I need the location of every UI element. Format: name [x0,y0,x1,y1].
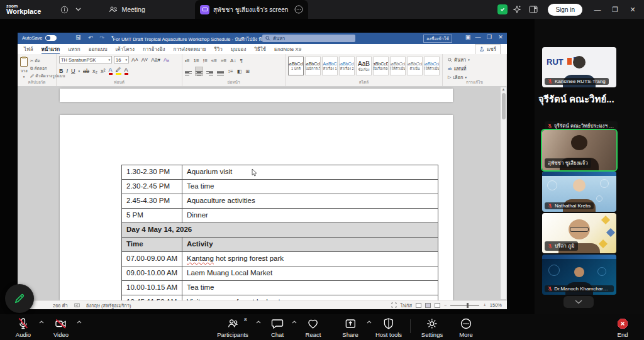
table-row[interactable]: 2.45-4.30 PMAquaculture activities [122,194,438,209]
host-tools-button[interactable]: Host tools [375,317,402,338]
time-cell[interactable]: 1.30-2.30 PM [122,165,182,179]
replace-button[interactable]: ab แทนที่ [448,65,504,72]
align-right-button[interactable] [206,67,213,75]
scrollbar-thumb[interactable] [502,93,506,119]
style-emphasis[interactable]: AaBbCcDตัวเน้น [407,57,423,75]
day-header-cell[interactable]: Day 4 May 14, 2026 [122,223,438,237]
text-effects-button[interactable]: A [109,67,113,75]
proofing-icon[interactable] [74,303,80,308]
focus-mode-button[interactable]: โฟกัส [401,302,412,309]
tab-options-icon[interactable] [294,5,303,14]
time-cell[interactable]: 2.30-2.45 PM [122,180,182,194]
share-document-button[interactable]: แชร์ [475,44,501,55]
activity-header-cell[interactable]: Activity [182,238,438,251]
clear-formatting-button[interactable]: A𝄪 [163,57,170,63]
annotate-pencil-button[interactable] [5,284,34,313]
sign-in-button[interactable]: Sign in [548,4,582,16]
chat-button[interactable]: Chat [270,317,284,338]
underline-dropdown-icon[interactable]: ▾ [79,69,80,73]
word-restore-icon[interactable]: ❐ [484,34,494,40]
shrink-font-button[interactable]: A˅ [141,57,149,63]
style-no-spacing[interactable]: AaBbCcD1 ไม่มีการเว้... [305,57,321,75]
tab-review[interactable]: รีวิว [214,45,222,53]
document-scrollbar[interactable]: ▲ [501,87,506,299]
table-row[interactable]: 10.00-10.15 AMTea time [122,281,438,295]
video-button[interactable]: Video [53,317,69,338]
print-layout-icon[interactable] [425,303,431,308]
table-row-clipped[interactable]: 10.45-11.50 AMVisit mangrove forest by b… [122,295,438,300]
tab-mailings[interactable]: การส่งจดหมาย [173,45,206,53]
participants-options-chevron[interactable] [256,321,261,324]
increase-indent-button[interactable]: »≡ [221,58,226,63]
style-heading-2[interactable]: AaBbCcEหัวเรื่อง 2 [339,57,355,75]
activity-cell[interactable]: Tea time [182,281,438,295]
find-button[interactable]: ค้นหา ▾ [448,56,504,63]
settings-button[interactable]: Settings [421,317,443,338]
web-layout-icon[interactable] [435,303,440,308]
zoom-slider-handle[interactable] [467,303,469,308]
time-header-cell[interactable]: Time [122,238,182,251]
tab-design[interactable]: ออกแบบ [89,45,108,53]
table-row[interactable]: 07.00-09.00 AMKantang hot spring forest … [122,252,438,266]
video-tile-manoch[interactable]: Dr.Manoch Khamcharoen... [542,255,616,295]
document-page[interactable]: 1.30-2.30 PMAquarium visit 2.30-2.45 PMT… [60,115,453,300]
time-cell[interactable]: 07.00-09.00 AM [122,252,182,266]
justify-button[interactable] [217,67,224,75]
change-case-button[interactable]: Aa▾ [150,57,161,63]
bullets-button[interactable]: •≡ [185,58,189,63]
undo-icon[interactable]: ↶ [88,35,93,41]
maximize-window-icon[interactable]: ❐ [608,6,623,14]
misspelled-word[interactable]: Kantang [187,255,214,262]
share-options-chevron[interactable] [367,321,372,324]
collapse-thumbnails-button[interactable] [564,296,594,308]
word-count[interactable]: 266 คำ [53,302,68,309]
table-row[interactable]: 2.30-2.45 PMTea time [122,180,438,194]
security-shield-icon[interactable] [497,4,508,14]
tab-file[interactable]: ไฟล์ [24,45,33,53]
word-sign-in-button[interactable]: ลงชื่อเข้าใช้ [423,35,452,43]
minimize-window-icon[interactable]: — [590,6,605,13]
tab-shared-screen[interactable]: สุพัชชา ชูเสียงแจ้ว's screen [195,0,308,19]
language-status[interactable]: อังกฤษ (สหรัฐอเมริกา) [86,302,131,309]
style-heading-1[interactable]: AaBbCหัวเรื่อง 1 [322,57,338,75]
style-subtitle[interactable]: AaBbCcDdชื่อเรื่องรอง [373,57,389,75]
video-tile-kansinee[interactable]: RUT Kansinee RUTS-Trang [542,47,616,87]
activity-cell[interactable]: Dinner [182,209,438,222]
save-icon[interactable]: 🖫 [75,35,81,41]
activity-cell[interactable]: Tea time [182,180,438,194]
tab-references[interactable]: การอ้างอิง [143,45,165,53]
paste-dropdown-icon[interactable]: ▾ [23,75,25,79]
time-cell[interactable]: 10.45-11.50 AM [122,295,182,300]
share-screen-button[interactable]: Share [342,317,358,338]
zoom-percentage[interactable]: 150% [490,302,502,308]
borders-button[interactable]: ⊞ [245,69,250,74]
end-meeting-button[interactable]: End [616,317,630,338]
tab-help[interactable]: วิธีใช้ [254,45,266,53]
read-mode-icon[interactable] [416,303,421,308]
video-tile-preela[interactable]: ปรีลา ภูมิ [542,213,616,253]
more-button[interactable]: More [459,317,473,338]
zoom-out-icon[interactable]: − [444,302,447,308]
align-center-button[interactable] [196,67,203,75]
tab-endnote[interactable]: EndNote X9 [274,47,301,52]
table-row-day-header[interactable]: Day 4 May 14, 2026 [122,223,438,238]
video-tile-supatcha[interactable]: สุพัชชา ชูเสียงแจ้ว [542,130,616,170]
document-canvas[interactable]: 1.30-2.30 PMAquarium visit 2.30-2.45 PMT… [18,86,507,300]
zoom-slider[interactable] [450,305,479,306]
activity-cell[interactable]: Kantang hot spring forest park [182,252,438,266]
scroll-up-icon[interactable]: ▲ [501,87,506,91]
tab-home[interactable]: หน้าแรก [42,44,60,55]
video-tile-nathathai[interactable]: Nathathai Krebs [542,172,616,212]
layout-view-icon[interactable] [526,3,540,16]
style-intense-emphasis[interactable]: AaBbCcDทำให้ตัวเน้น... [424,57,440,75]
superscript-button[interactable]: x² [101,68,106,74]
tab-insert[interactable]: แทรก [68,45,80,53]
audio-button[interactable]: Audio [16,317,31,338]
numbering-button[interactable]: 1≡ [193,58,199,63]
subscript-button[interactable]: x₂ [92,68,97,74]
autosave-toggle[interactable] [45,35,57,41]
video-off-tile-jureerat[interactable]: จุรีรัตน์ คณะวิทย์ประมงฯ (RUT... [545,121,618,131]
redo-icon[interactable]: ↷ [100,35,105,41]
video-options-chevron[interactable] [77,321,82,324]
align-left-button[interactable] [185,67,192,75]
